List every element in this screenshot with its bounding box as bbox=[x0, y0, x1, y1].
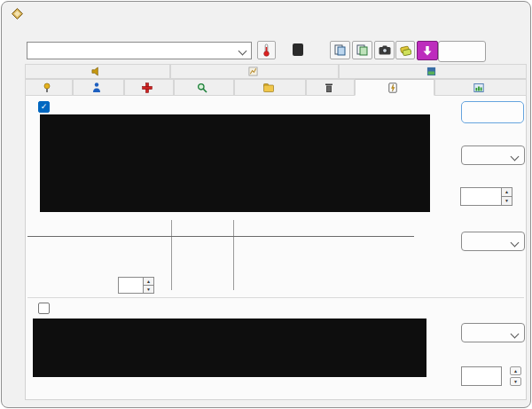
transfer-speed-checkbox[interactable]: ✓ bbox=[38, 101, 54, 113]
latency-input[interactable] bbox=[461, 366, 502, 386]
start-button[interactable] bbox=[461, 101, 524, 123]
write-legend-swatch bbox=[414, 311, 420, 317]
speaker-icon bbox=[91, 67, 101, 76]
tab-health[interactable] bbox=[124, 79, 174, 96]
folder-icon bbox=[263, 83, 274, 92]
spin-up-icon[interactable]: ▲ bbox=[510, 366, 521, 375]
temperature-button[interactable] bbox=[257, 41, 276, 59]
transfer-speed-chart bbox=[40, 114, 430, 212]
tab-random-access[interactable] bbox=[170, 64, 339, 79]
temperature-badge-icon bbox=[293, 43, 303, 56]
block-file-length-dropdown[interactable] bbox=[461, 323, 525, 342]
benchmark-icon bbox=[43, 83, 51, 93]
tab-error-scan[interactable] bbox=[174, 79, 234, 96]
toolbar bbox=[2, 41, 530, 63]
menu-help[interactable] bbox=[32, 26, 43, 40]
chevron-down-icon bbox=[511, 239, 520, 248]
drive-selector[interactable] bbox=[27, 42, 252, 59]
copy-image-icon bbox=[356, 44, 368, 56]
block-chart-legend bbox=[399, 311, 422, 317]
trash-icon bbox=[325, 83, 333, 93]
tab-erase[interactable] bbox=[306, 79, 355, 96]
thermometer-icon bbox=[262, 43, 270, 57]
app-logo-icon bbox=[12, 8, 23, 20]
save-button[interactable] bbox=[395, 41, 415, 59]
camera-icon bbox=[379, 45, 391, 55]
menu-bar bbox=[2, 26, 530, 40]
checkmark-icon: ✓ bbox=[41, 103, 48, 111]
spin-up-icon[interactable]: ▲ bbox=[143, 277, 154, 286]
table-divider-vertical bbox=[171, 220, 172, 290]
chevron-down-icon bbox=[511, 330, 520, 339]
chevron-down-icon bbox=[511, 153, 520, 161]
read-legend-swatch bbox=[399, 311, 405, 317]
tab-row-secondary bbox=[25, 64, 527, 79]
tab-aam[interactable] bbox=[25, 64, 170, 79]
share-button[interactable] bbox=[417, 41, 438, 60]
exit-button[interactable] bbox=[438, 41, 486, 62]
section-divider bbox=[27, 297, 524, 298]
copy-text-button[interactable] bbox=[330, 41, 350, 59]
menu-file[interactable] bbox=[12, 26, 23, 40]
block-size-checkbox[interactable] bbox=[38, 303, 54, 314]
tab-info[interactable] bbox=[73, 79, 124, 96]
file-length-input[interactable] bbox=[460, 187, 501, 206]
health-cross-icon bbox=[142, 83, 153, 93]
spin-down-icon[interactable]: ▼ bbox=[143, 286, 154, 294]
chevron-down-icon bbox=[239, 47, 247, 56]
spin-down-icon[interactable]: ▼ bbox=[501, 197, 512, 206]
spin-down-icon[interactable]: ▼ bbox=[510, 377, 521, 386]
file-benchmark-icon bbox=[388, 83, 397, 93]
tab-benchmark[interactable] bbox=[25, 79, 73, 96]
extra-tests-icon bbox=[426, 67, 436, 76]
data-mode-dropdown[interactable] bbox=[461, 232, 525, 251]
spin-up-icon[interactable]: ▲ bbox=[501, 187, 512, 197]
queue-depth-stepper[interactable]: ▲ ▼ bbox=[118, 277, 154, 294]
file-length-stepper[interactable]: ▲ ▼ bbox=[460, 187, 512, 206]
copy-text-icon bbox=[334, 44, 346, 56]
download-arrow-icon bbox=[422, 45, 433, 57]
disk-monitor-icon bbox=[473, 83, 484, 93]
app-window: ✓ ▲ ▼ bbox=[1, 1, 531, 408]
queue-depth-input[interactable] bbox=[118, 277, 143, 294]
tab-extra-tests[interactable] bbox=[339, 64, 527, 79]
block-size-chart bbox=[33, 319, 426, 377]
save-icon bbox=[400, 45, 411, 56]
file-benchmark-panel: ✓ ▲ ▼ bbox=[25, 96, 527, 400]
screenshot-button[interactable] bbox=[374, 41, 395, 59]
tab-folder-usage[interactable] bbox=[234, 79, 306, 96]
info-icon bbox=[92, 83, 101, 93]
tab-disk-monitor[interactable] bbox=[434, 79, 527, 96]
table-divider-vertical bbox=[233, 220, 234, 290]
magnifier-icon bbox=[197, 83, 207, 93]
random-access-icon bbox=[248, 67, 258, 76]
tab-row-primary bbox=[25, 79, 527, 96]
copy-image-button[interactable] bbox=[352, 41, 372, 59]
table-divider-horizontal bbox=[27, 236, 414, 237]
drive-dropdown[interactable] bbox=[461, 146, 525, 165]
tab-file-benchmark[interactable] bbox=[355, 79, 434, 96]
title-bar bbox=[2, 2, 530, 26]
latency-stepper[interactable]: ▲ ▼ bbox=[510, 366, 521, 386]
